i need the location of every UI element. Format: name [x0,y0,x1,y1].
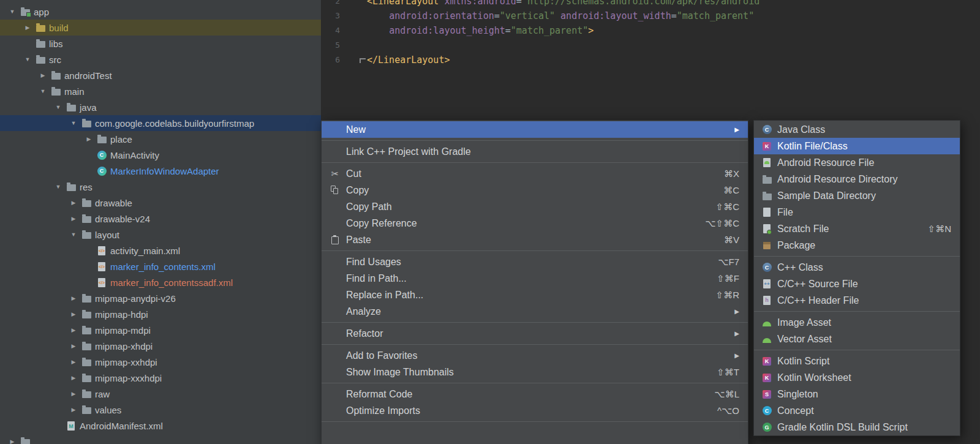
menu-item-singleton[interactable]: Singleton [754,386,960,402]
chevron-expanded-icon[interactable]: ▼ [66,120,81,126]
code-line[interactable]: 2<LinearLayout xmlns:android="http://sch… [322,0,980,9]
folder-glyph [82,232,91,239]
code-line[interactable]: 4 android:layout_height="match_parent"> [322,23,980,38]
tree-item-mipmap-anydpi-v26[interactable]: ▶mipmap-anydpi-v26 [0,290,321,306]
menu-item-c-c-source-file[interactable]: C/C++ Source File [754,276,960,292]
tree-item-marker-info-contentssadf-xml[interactable]: marker_info_contentssadf.xml [0,274,321,290]
chevron-collapsed-icon[interactable]: ▶ [5,438,20,444]
chevron-expanded-icon[interactable]: ▼ [51,104,66,110]
chevron-collapsed-icon[interactable]: ▶ [66,200,81,206]
menu-item-show-image-thumbnails[interactable]: Show Image Thumbnails⇧⌘T [322,364,748,380]
menu-item-refactor[interactable]: Refactor▶ [322,325,748,342]
chevron-collapsed-icon[interactable]: ▶ [66,327,81,333]
menu-item-reformat-code[interactable]: Reformat Code⌥⌘L [322,386,748,402]
menu-item-scratch-file[interactable]: Scratch File⇧⌘N [754,220,960,237]
tree-item-mipmap-mdpi[interactable]: ▶mipmap-mdpi [0,322,321,338]
tree-item-mipmap-xxxhdpi[interactable]: ▶mipmap-xxxhdpi [0,370,321,386]
menu-item-image-asset[interactable]: Image Asset [754,314,960,331]
tree-item-markerinfowindowadapter[interactable]: MarkerInfoWindowAdapter [0,163,321,179]
chevron-collapsed-icon[interactable]: ▶ [66,216,81,222]
menu-item-c-class[interactable]: C++ Class [754,259,960,276]
code-line[interactable]: 5 [322,38,980,53]
chevron-collapsed-icon[interactable]: ▶ [66,359,81,365]
menu-item-analyze[interactable]: Analyze▶ [322,303,748,320]
menu-item-find-in-path[interactable]: Find in Path...⇧⌘F [322,270,748,287]
menu-item-sample-data-directory[interactable]: Sample Data Directory [754,187,960,204]
tree-item-com-google-codelabs-buildyourfirstmap[interactable]: ▼com.google.codelabs.buildyourfirstmap [0,115,321,131]
menu-item-kotlin-file-class[interactable]: Kotlin File/Class [754,138,960,154]
tree-item-values[interactable]: ▶values [0,402,321,418]
tree-item-androidtest[interactable]: ▶androidTest [0,67,321,83]
folder-glyph [763,177,772,184]
menu-item-vector-asset[interactable]: Vector Asset [754,331,960,347]
tree-item-res[interactable]: ▼res [0,179,321,195]
chevron-collapsed-icon[interactable]: ▶ [66,391,81,397]
folder-icon [761,192,772,200]
menu-item-find-usages[interactable]: Find Usages⌥F7 [322,254,748,270]
menu-item-android-resource-directory[interactable]: Android Resource Directory [754,171,960,187]
chevron-collapsed-icon[interactable]: ▶ [66,375,81,381]
chevron-expanded-icon[interactable]: ▼ [66,231,81,238]
menu-item-label: Image Asset [777,317,831,328]
tree-item-java[interactable]: ▼java [0,99,321,115]
menu-item-copy-reference[interactable]: Copy Reference⌥⇧⌘C [322,215,748,231]
tree-item-mipmap-hdpi[interactable]: ▶mipmap-hdpi [0,306,321,322]
tree-item-build[interactable]: ▶build [0,20,321,36]
menu-item-kotlin-script[interactable]: Kotlin Script [754,353,960,369]
menu-item-concept[interactable]: Concept [754,402,960,419]
chevron-expanded-icon[interactable]: ▼ [5,9,20,15]
chevron-expanded-icon[interactable]: ▼ [51,184,66,190]
chevron-collapsed-icon[interactable]: ▶ [66,311,81,317]
code-text: <LinearLayout xmlns:android="http://sche… [340,0,765,9]
tree-item-drawable[interactable]: ▶drawable [0,195,321,211]
editor-lines: 2<LinearLayout xmlns:android="http://sch… [322,0,980,67]
chevron-expanded-icon[interactable]: ▼ [20,56,35,62]
folder-glyph [67,184,76,191]
tree-item-label: MarkerInfoWindowAdapter [110,166,219,176]
menu-item-file[interactable]: File [754,204,960,220]
menu-item-optimize-imports[interactable]: Optimize Imports^⌥O [322,402,748,419]
menu-item-link-c-project-with-gradle[interactable]: Link C++ Project with Gradle [322,143,748,160]
tree-item-raw[interactable]: ▶raw [0,386,321,402]
menu-item-add-to-favorites[interactable]: Add to Favorites▶ [322,347,748,364]
menu-item-new[interactable]: New▶ [322,121,748,138]
chevron-collapsed-icon[interactable]: ▶ [66,343,81,349]
menu-item-java-class[interactable]: Java Class [754,121,960,138]
tree-item-libs[interactable]: libs [0,36,321,51]
menu-item-gradle-kotlin-dsl-build-script[interactable]: Gradle Kotlin DSL Build Script [754,419,960,435]
menu-item-android-resource-file[interactable]: Android Resource File [754,154,960,171]
tree-item-main[interactable]: ▼main [0,83,321,99]
chevron-collapsed-icon[interactable]: ▶ [81,136,96,142]
tree-item-activity-main-xml[interactable]: activity_main.xml [0,243,321,258]
tree-item-mipmap-xhdpi[interactable]: ▶mipmap-xhdpi [0,338,321,354]
tree-item-marker-info-contents-xml[interactable]: marker_info_contents.xml [0,258,321,274]
code-segment: = [505,25,511,36]
tree-item-mainactivity[interactable]: MainActivity [0,147,321,163]
tree-item-unlabeled[interactable]: ▶ [0,434,321,444]
code-line[interactable]: 6</LinearLayout> [322,53,980,67]
menu-item-cut[interactable]: Cut⌘X [322,165,748,182]
tree-item-app[interactable]: ▼app [0,4,321,20]
menu-item-c-c-header-file[interactable]: C/C++ Header File [754,292,960,309]
tree-item-drawable-v24[interactable]: ▶drawable-v24 [0,211,321,227]
tree-item-layout[interactable]: ▼layout [0,227,321,243]
menu-item-package[interactable]: Package [754,237,960,254]
menu-item-copy[interactable]: Copy⌘C [322,182,748,198]
code-line[interactable]: 3 android:orientation="vertical" android… [322,9,980,23]
menu-item-paste[interactable]: Paste⌘V [322,231,748,248]
chevron-collapsed-icon[interactable]: ▶ [20,24,35,31]
tree-item-androidmanifest-xml[interactable]: AndroidManifest.xml [0,418,321,434]
tree-item-label: layout [95,230,119,240]
chevron-collapsed-icon[interactable]: ▶ [66,407,81,413]
chevron-collapsed-icon[interactable]: ▶ [36,72,50,78]
chevron-collapsed-icon[interactable]: ▶ [66,295,81,301]
tree-item-mipmap-xxhdpi[interactable]: ▶mipmap-xxhdpi [0,354,321,370]
menu-item-label: Gradle Kotlin DSL Build Script [777,422,908,433]
menu-item-copy-path[interactable]: Copy Path⇧⌘C [322,198,748,215]
chevron-expanded-icon[interactable]: ▼ [36,88,50,94]
menu-item-replace-in-path[interactable]: Replace in Path...⇧⌘R [322,287,748,303]
singleton-icon [761,390,772,399]
tree-item-place[interactable]: ▶place [0,131,321,147]
tree-item-src[interactable]: ▼src [0,51,321,67]
menu-item-kotlin-worksheet[interactable]: Kotlin Worksheet [754,369,960,386]
